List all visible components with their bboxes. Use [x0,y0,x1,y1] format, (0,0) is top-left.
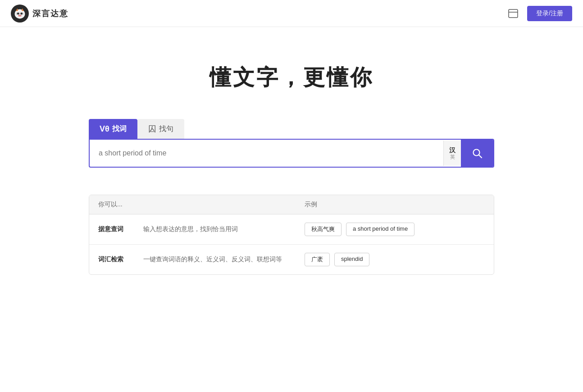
window-toggle-button[interactable] [506,7,520,20]
search-input[interactable] [90,142,443,164]
info-header-left: 你可以... [98,201,305,209]
row-examples-find-word: 秋高气爽 a short period of time [305,223,485,236]
main-content: 懂文字，更懂你 Vθ 找词 囚 找句 汉 英 [0,27,583,275]
header: 深言达意 登录/注册 [0,0,583,27]
info-row-find-word: 据意查词 输入想表达的意思，找到恰当用词 秋高气爽 a short period… [89,214,494,245]
search-box: 汉 英 [89,139,494,168]
logo-icon [11,5,29,23]
header-right: 登录/注册 [506,6,572,21]
example-tag-guangmao[interactable]: 广袤 [305,253,330,266]
lang-top: 汉 [449,146,455,154]
example-tag-qiugaoqishuang[interactable]: 秋高气爽 [305,223,342,236]
main-title: 懂文字，更懂你 [210,63,373,92]
example-tag-short-period[interactable]: a short period of time [346,223,414,236]
row-label-vocab-search: 词汇检索 [98,255,134,264]
info-header-right: 示例 [305,201,485,209]
logo-text: 深言达意 [32,8,68,19]
find-word-icon: Vθ [100,124,109,134]
svg-rect-9 [509,9,518,18]
tab-find-word-label: 找词 [112,124,127,134]
tab-find-sentence-label: 找句 [159,124,173,134]
search-button[interactable] [461,140,493,167]
logo[interactable]: 深言达意 [11,5,68,23]
search-icon [472,148,483,159]
svg-point-7 [18,14,22,16]
row-desc-find-word: 输入想表达的意思，找到恰当用词 [134,225,305,233]
row-examples-vocab-search: 广袤 splendid [305,253,485,266]
info-table: 你可以... 示例 据意查词 输入想表达的意思，找到恰当用词 秋高气爽 a sh… [89,195,494,275]
example-tag-splendid[interactable]: splendid [334,253,369,266]
info-table-header: 你可以... 示例 [89,195,494,214]
tab-find-word[interactable]: Vθ 找词 [89,119,137,139]
tab-find-sentence[interactable]: 囚 找句 [137,119,184,139]
lang-bottom: 英 [450,154,455,160]
login-button[interactable]: 登录/注册 [527,6,572,21]
lang-toggle-button[interactable]: 汉 英 [443,141,461,166]
search-area: Vθ 找词 囚 找句 汉 英 [89,119,494,168]
find-sentence-icon: 囚 [148,123,156,134]
row-desc-vocab-search: 一键查询词语的释义、近义词、反义词、联想词等 [134,255,305,264]
row-label-find-word: 据意查词 [98,225,134,233]
svg-line-12 [479,155,482,158]
search-tabs: Vθ 找词 囚 找句 [89,119,494,139]
info-row-vocab-search: 词汇检索 一键查询词语的释义、近义词、反义词、联想词等 广袤 splendid [89,245,494,274]
svg-rect-8 [16,13,23,15]
